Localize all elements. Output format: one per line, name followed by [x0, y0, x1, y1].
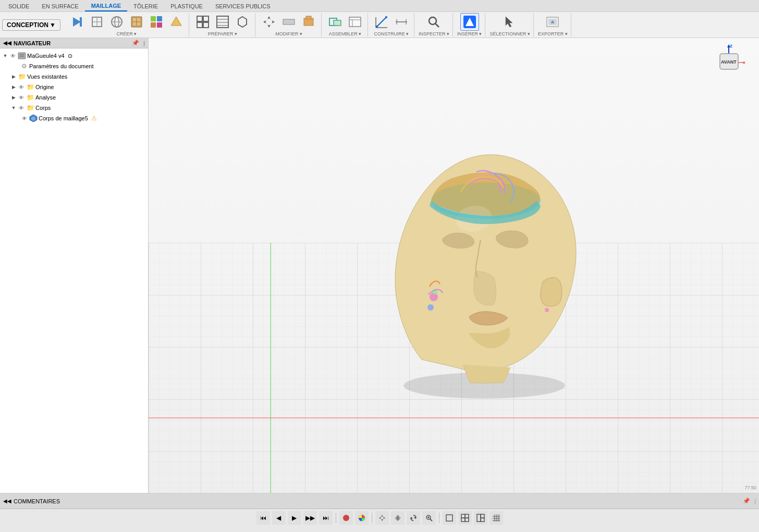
creer-btn4[interactable] [127, 13, 146, 31]
inserer-group: INSÉRER ▾ [454, 13, 486, 36]
exporter-btn1[interactable] [543, 13, 562, 31]
svg-line-38 [377, 17, 386, 27]
modifier-btn3[interactable] [299, 13, 318, 31]
selectionner-icon1 [503, 15, 517, 29]
tree-item-params[interactable]: ⚙ Paramètres du document [0, 61, 148, 71]
navigator-pin[interactable]: 📌 [132, 40, 139, 46]
bottom-toolbar: ⏮ ◀ ▶ ▶▶ ⏭ [0, 509, 759, 527]
inspecter-label[interactable]: INSPECTER ▾ [419, 31, 449, 36]
preparer-btn3[interactable] [233, 13, 252, 31]
play-start-btn[interactable]: ⏮ [256, 511, 270, 525]
tree-eye-corps[interactable]: 👁 [18, 104, 25, 112]
tab-services-publics[interactable]: SERVICES PUBLICS [209, 2, 277, 11]
svg-marker-27 [263, 20, 275, 23]
svg-point-44 [429, 17, 436, 24]
tree-label-maillage: Corps de maillage5 [39, 115, 88, 121]
tab-maillage[interactable]: MAILLAGE [85, 1, 127, 11]
construire-btn2[interactable] [392, 13, 411, 31]
tree-eye-root[interactable]: 👁 [9, 52, 17, 59]
navigator-arrows: ◀◀ [3, 40, 11, 46]
svg-marker-48 [506, 17, 512, 27]
head-model [341, 109, 628, 422]
main-area: ◀◀ NAVIGATEUR 📌 | ▼ 👁 MaGueule4 v4 ⊙ ⚙ P [0, 38, 759, 493]
bottom-btn-view3[interactable] [474, 511, 487, 525]
creer-btn5[interactable] [147, 13, 166, 31]
play-play-btn[interactable]: ▶ [288, 511, 301, 525]
nav-cube[interactable]: Z X AVANT [709, 43, 749, 82]
creer-btn6[interactable] [167, 13, 186, 31]
svg-text:AVANT: AVANT [721, 59, 737, 65]
creer-icon6 [169, 15, 183, 29]
tree-item-analyse[interactable]: ▶ 👁 📁 Analyse [0, 92, 148, 103]
preparer-label[interactable]: PRÉPARER ▾ [208, 31, 237, 36]
bottom-btn-rotate[interactable] [407, 511, 420, 525]
tree-arrow-root: ▼ [2, 53, 8, 58]
inspecter-btn1[interactable] [424, 13, 443, 31]
modifier-move[interactable] [260, 13, 278, 31]
tree-label-origine: Origine [35, 84, 54, 90]
bottom-sep2 [372, 513, 372, 523]
inspecter-buttons [424, 13, 443, 31]
assembler-btn2[interactable] [346, 13, 364, 31]
comments-pin[interactable]: 📌 [743, 498, 750, 504]
tree-eye-maillage[interactable]: 👁 [21, 115, 28, 122]
tree-item-root[interactable]: ▼ 👁 MaGueule4 v4 ⊙ [0, 51, 148, 61]
tree-item-maillage[interactable]: 👁 Corps de maillage5 ⚠ [0, 113, 148, 123]
exporter-group: EXPORTER ▾ [535, 13, 571, 36]
svg-text:X: X [743, 61, 745, 65]
selectionner-btn1[interactable] [500, 13, 519, 31]
play-next-btn[interactable]: ▶▶ [303, 511, 317, 525]
preparer-btn2[interactable] [213, 13, 232, 31]
assembler-btn1[interactable] [326, 13, 345, 31]
creer-btn3[interactable] [107, 13, 126, 31]
creer-btn1[interactable] [68, 13, 87, 31]
tree-eye-origine[interactable]: 👁 [18, 83, 25, 91]
conception-button[interactable]: CONCEPTION ▼ [2, 19, 60, 31]
preparer-btn1[interactable] [193, 13, 212, 31]
bottom-btn-move[interactable] [375, 511, 389, 525]
svg-marker-25 [238, 17, 247, 27]
construire-label[interactable]: CONSTRUIRE ▾ [374, 31, 409, 36]
tree-area: ▼ 👁 MaGueule4 v4 ⊙ ⚙ Paramètres du docum… [0, 48, 148, 493]
selectionner-label[interactable]: SÉLECTIONNER ▾ [489, 31, 530, 36]
bottom-btn-material[interactable] [339, 511, 353, 525]
inserer-btn1[interactable] [460, 13, 479, 31]
creer-btn2[interactable] [88, 13, 106, 31]
preparer-icon3 [235, 15, 250, 29]
bottom-btn-color[interactable] [355, 511, 369, 525]
bottom-btn-zoom[interactable] [422, 511, 436, 525]
creer-label[interactable]: CRÉER ▾ [116, 31, 137, 36]
tab-plastique[interactable]: PLASTIQUE [164, 2, 209, 11]
exporter-buttons [543, 13, 562, 31]
tab-en-surface[interactable]: EN SURFACE [35, 2, 84, 11]
bottom-btn-grid[interactable] [489, 511, 503, 525]
play-prev-btn[interactable]: ◀ [272, 511, 286, 525]
tab-solide[interactable]: SOLIDE [2, 2, 35, 11]
navigator-panel: ◀◀ NAVIGATEUR 📌 | ▼ 👁 MaGueule4 v4 ⊙ ⚙ P [0, 38, 149, 493]
inserer-label[interactable]: INSÉRER ▾ [457, 31, 482, 36]
tree-item-origine[interactable]: ▶ 👁 📁 Origine [0, 82, 148, 92]
viewport[interactable]: Z X AVANT [149, 38, 759, 493]
tree-item-vues[interactable]: ▶ 📁 Vues existantes [0, 71, 148, 82]
svg-rect-28 [283, 19, 295, 24]
preparer-group: PRÉPARER ▾ [190, 13, 255, 36]
bottom-btn-view2[interactable] [458, 511, 472, 525]
construire-btn1[interactable] [372, 13, 391, 31]
svg-marker-16 [171, 17, 181, 26]
tab-tolerie[interactable]: TÔLERIE [127, 2, 164, 11]
tree-circle-root: ⊙ [68, 53, 72, 59]
exporter-label[interactable]: EXPORTER ▾ [538, 31, 568, 36]
modifier-btn2[interactable] [279, 13, 298, 31]
svg-rect-33 [349, 17, 361, 27]
tree-item-corps[interactable]: ▼ 👁 📁 Corps [0, 103, 148, 113]
tree-eye-analyse[interactable]: 👁 [18, 94, 25, 101]
inserer-buttons [460, 13, 479, 31]
assembler-label[interactable]: ASSEMBLER ▾ [329, 31, 362, 36]
bottom-btn-pan[interactable] [391, 511, 405, 525]
assembler-icon2 [348, 15, 362, 29]
modifier-label[interactable]: MODIFIER ▾ [275, 31, 302, 36]
move-icon [262, 15, 276, 29]
construire-icon1 [374, 15, 389, 29]
bottom-btn-view1[interactable] [443, 511, 456, 525]
play-end-btn[interactable]: ⏭ [319, 511, 333, 525]
